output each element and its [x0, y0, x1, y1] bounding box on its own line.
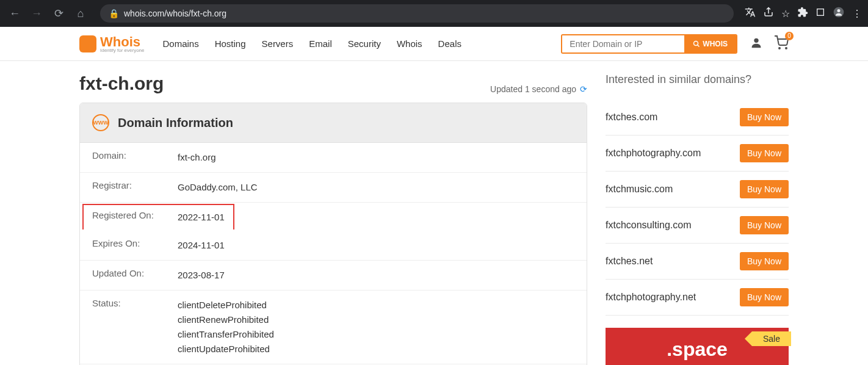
- logo[interactable]: Whois Identify for everyone: [79, 34, 144, 53]
- translate-icon[interactable]: [745, 7, 756, 20]
- reload-button[interactable]: ⟳: [50, 5, 67, 22]
- similar-domain-row: fxtchmusic.com Buy Now: [606, 172, 789, 208]
- buy-button[interactable]: Buy Now: [740, 216, 789, 234]
- url-text: whois.com/whois/fxt-ch.org: [124, 9, 226, 18]
- svg-point-6: [779, 48, 780, 49]
- promo-banner[interactable]: Sale .space: [606, 328, 789, 365]
- logo-tagline: Identify for everyone: [100, 48, 144, 53]
- row-domain: Domain: fxt-ch.org: [80, 143, 587, 173]
- www-icon: WWW: [92, 114, 109, 131]
- svg-point-2: [837, 9, 841, 12]
- value-registered: 2022-11-01: [178, 210, 225, 225]
- search-button[interactable]: WHOIS: [684, 35, 736, 52]
- value-status: clientDeleteProhibited clientRenewProhib…: [178, 298, 274, 356]
- nav-domains[interactable]: Domains: [162, 38, 198, 49]
- similar-domain[interactable]: fxtches.com: [606, 112, 657, 123]
- sale-tag: Sale: [752, 331, 791, 346]
- main-nav: Domains Hosting Servers Email Security W…: [162, 38, 461, 49]
- similar-domain-row: fxtchphotography.net Buy Now: [606, 280, 789, 316]
- value-updated: 2023-08-17: [178, 268, 225, 283]
- svg-point-3: [694, 41, 698, 45]
- similar-domain[interactable]: fxtchconsulting.com: [606, 220, 692, 231]
- row-updated: Updated On: 2023-08-17: [80, 261, 587, 291]
- share-icon[interactable]: [763, 7, 774, 20]
- row-registrar: Registrar: GoDaddy.com, LLC: [80, 173, 587, 203]
- row-status: Status: clientDeleteProhibited clientRen…: [80, 291, 587, 364]
- buy-button[interactable]: Buy Now: [740, 180, 789, 198]
- similar-domain[interactable]: fxtchphotography.net: [606, 292, 696, 303]
- label-updated: Updated On:: [92, 268, 178, 283]
- label-status: Status:: [92, 298, 178, 356]
- nav-hosting[interactable]: Hosting: [215, 38, 246, 49]
- search-input[interactable]: [562, 35, 684, 52]
- profile-icon[interactable]: [833, 6, 845, 21]
- refresh-icon[interactable]: ⟳: [580, 84, 587, 94]
- extensions-icon[interactable]: [797, 7, 808, 20]
- domain-info-panel: WWW Domain Information Domain: fxt-ch.or…: [79, 103, 587, 365]
- row-registered: Registered On: 2022-11-01: [82, 204, 234, 229]
- nav-servers[interactable]: Servers: [262, 38, 294, 49]
- buy-button[interactable]: Buy Now: [740, 252, 789, 270]
- lock-icon: 🔒: [109, 9, 119, 18]
- similar-domain-row: fxtches.net Buy Now: [606, 244, 789, 280]
- nav-whois[interactable]: Whois: [397, 38, 422, 49]
- similar-domain[interactable]: fxtchmusic.com: [606, 184, 673, 195]
- promo-text: .space: [667, 338, 728, 361]
- similar-domain-row: fxtchconsulting.com Buy Now: [606, 208, 789, 244]
- site-header: Whois Identify for everyone Domains Host…: [0, 27, 868, 61]
- user-icon[interactable]: [750, 36, 763, 52]
- home-button[interactable]: ⌂: [72, 5, 89, 22]
- similar-domain-row: fxtches.com Buy Now: [606, 99, 789, 136]
- row-expires: Expires On: 2024-11-01: [80, 231, 587, 261]
- updated-text: Updated 1 second ago: [490, 84, 576, 94]
- search-box: WHOIS: [561, 34, 737, 54]
- window-icon[interactable]: [816, 7, 825, 20]
- buy-button[interactable]: Buy Now: [740, 144, 789, 162]
- nav-security[interactable]: Security: [348, 38, 381, 49]
- svg-point-7: [786, 48, 787, 49]
- label-registered: Registered On:: [92, 210, 178, 225]
- search-button-label: WHOIS: [703, 40, 728, 48]
- label-domain: Domain:: [92, 150, 178, 165]
- similar-domain-row: fxtchphotography.com Buy Now: [606, 136, 789, 172]
- value-expires: 2024-11-01: [178, 238, 225, 253]
- nav-email[interactable]: Email: [309, 38, 332, 49]
- status-4: clientUpdateProhibited: [178, 342, 274, 356]
- buy-button[interactable]: Buy Now: [740, 108, 789, 126]
- buy-button[interactable]: Buy Now: [740, 288, 789, 306]
- menu-icon[interactable]: ⋮: [852, 8, 862, 20]
- forward-button[interactable]: →: [28, 5, 45, 22]
- back-button[interactable]: ←: [6, 5, 23, 22]
- sidebar-title: Interested in similar domains?: [606, 73, 789, 86]
- status-3: clientTransferProhibited: [178, 327, 274, 342]
- status-2: clientRenewProhibited: [178, 313, 274, 327]
- logo-mark: [79, 35, 96, 52]
- page-title: fxt-ch.org: [79, 73, 164, 94]
- label-registrar: Registrar:: [92, 180, 178, 195]
- browser-toolbar: ← → ⟳ ⌂ 🔒 whois.com/whois/fxt-ch.org ☆ ⋮: [0, 0, 868, 27]
- cart-badge: 0: [785, 32, 794, 40]
- star-icon[interactable]: ☆: [781, 8, 790, 20]
- svg-line-4: [698, 45, 700, 46]
- value-domain: fxt-ch.org: [178, 150, 216, 165]
- similar-domain[interactable]: fxtches.net: [606, 256, 653, 267]
- search-icon: [693, 40, 700, 48]
- status-1: clientDeleteProhibited: [178, 298, 274, 313]
- nav-deals[interactable]: Deals: [438, 38, 461, 49]
- panel-title: Domain Information: [118, 116, 233, 130]
- svg-rect-0: [817, 9, 824, 16]
- similar-domain[interactable]: fxtchphotography.com: [606, 148, 701, 159]
- label-expires: Expires On:: [92, 238, 178, 253]
- value-registrar: GoDaddy.com, LLC: [178, 180, 258, 195]
- url-bar[interactable]: 🔒 whois.com/whois/fxt-ch.org: [100, 4, 734, 23]
- svg-point-5: [754, 38, 758, 42]
- cart-icon[interactable]: 0: [774, 35, 789, 52]
